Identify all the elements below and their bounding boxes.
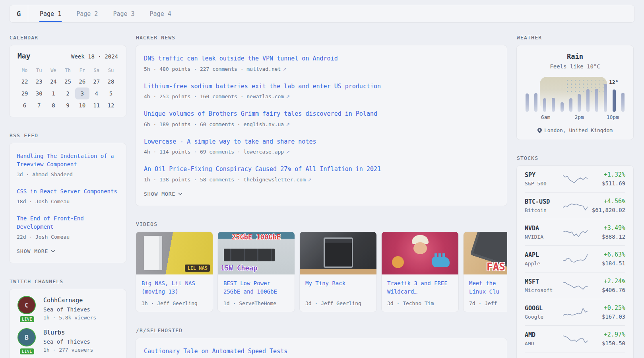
weather-bar xyxy=(552,98,555,112)
video-title[interactable]: BEST Low Power 25GbE and 100GbE Switch… xyxy=(223,279,289,297)
hn-item-title[interactable]: Lithium-free sodium batteries exit the l… xyxy=(144,82,499,91)
calendar-widget: May Week 18 · 2024 MoTuWeThFrSaSu2223242… xyxy=(9,45,126,117)
stock-symbol: GOOGL xyxy=(525,305,563,312)
dashboard-page: G Page 1 Page 2 Page 3 Page 4 CALENDAR M… xyxy=(0,0,644,358)
video-title[interactable]: Meet the Linux Clu xyxy=(469,279,507,297)
videos-row: LIL NAS Big NAS, Lil NAS (moving 13) 3h … xyxy=(136,232,507,312)
hn-item: Unique volumes of Brothers Grimm fairy t… xyxy=(144,104,499,132)
stock-price: $184.51 xyxy=(588,260,626,267)
calendar-day: 8 xyxy=(46,99,60,111)
external-link-icon: ↗ xyxy=(308,177,312,183)
calendar-weekday: Sa xyxy=(89,65,104,76)
hn-item-meta[interactable]: 4h · 114 points · 69 comments · lowercas… xyxy=(144,149,499,155)
rss-item-meta: 3d · Ahmad Shadeed xyxy=(17,171,119,177)
video-thumbnail[interactable] xyxy=(382,232,458,274)
section-title-weather: WEATHER xyxy=(517,35,634,41)
rss-item-title[interactable]: CSS in React Server Components xyxy=(17,187,119,196)
tab-page-4[interactable]: Page 4 xyxy=(144,5,177,22)
rss-section: RSS FEED Handling The Indentation of a T… xyxy=(9,132,126,263)
stock-change: +3.49% xyxy=(588,224,626,232)
thumbnail-text-bottom: 15W Cheap xyxy=(221,264,257,272)
video-title[interactable]: Traefik 3 and FREE Wildcard… xyxy=(387,279,453,297)
show-more-button[interactable]: SHOW MORE xyxy=(144,187,499,202)
video-byline: 7d · Jeff xyxy=(469,300,507,306)
chevron-down-icon xyxy=(51,250,55,253)
stock-row[interactable]: SPY S&P 500 +1.32% $511.69 xyxy=(525,166,625,192)
app-logo[interactable]: G xyxy=(10,5,28,22)
weather-condition: Rain xyxy=(525,53,625,60)
tab-page-1[interactable]: Page 1 xyxy=(34,5,67,22)
weather-section: WEATHER Rain Feels like 10°C 12° 6am2pm1… xyxy=(516,35,634,140)
stock-symbol: AMD xyxy=(525,331,563,339)
external-link-icon: ↗ xyxy=(286,94,290,99)
rss-item-meta: 22d · Josh Comeau xyxy=(17,234,119,240)
video-byline: 3h · Jeff Geerling xyxy=(142,300,207,306)
stock-row[interactable]: AMD AMD +2.97% $150.50 xyxy=(525,325,625,352)
weather-time-axis: 6am2pm10pm xyxy=(525,114,625,121)
hn-item-meta[interactable]: 5h · 480 points · 227 comments · mullvad… xyxy=(144,66,499,72)
reddit-item-title[interactable]: Cautionary Tale on Automated Speed Tests xyxy=(144,347,499,356)
rss-item-title[interactable]: Handling The Indentation of a Treeview C… xyxy=(17,152,119,169)
stock-sparkline xyxy=(563,226,588,239)
video-thumbnail[interactable]: FAS xyxy=(464,232,507,274)
external-link-icon: ↗ xyxy=(286,122,290,127)
hn-item-title[interactable]: Lowercase - A simple way to take and sha… xyxy=(144,137,499,146)
calendar-day-selected: 3 xyxy=(75,88,89,99)
stock-symbol: AAPL xyxy=(525,251,563,259)
stock-row[interactable]: AAPL Apple +6.63% $184.51 xyxy=(525,245,625,272)
icons-art xyxy=(392,256,404,268)
calendar-day: 24 xyxy=(46,76,60,88)
twitch-widget: C LIVE CohhCarnage Sea of Thieves 1h · 5… xyxy=(9,289,126,358)
show-more-button[interactable]: SHOW MORE xyxy=(17,245,119,259)
video-card: 25GbE 100GbE 15W Cheap BEST Low Power 25… xyxy=(217,232,295,312)
hn-item-title[interactable]: Unique volumes of Brothers Grimm fairy t… xyxy=(144,109,499,119)
tab-page-2[interactable]: Page 2 xyxy=(71,5,103,22)
weather-bar xyxy=(621,93,625,112)
twitch-channel-name[interactable]: CohhCarnage xyxy=(43,297,96,304)
stock-row[interactable]: RDDT -1.59% xyxy=(525,352,625,358)
calendar-day: 5 xyxy=(104,88,118,99)
calendar-day: 1 xyxy=(46,88,60,99)
weather-feels-like: Feels like 10°C xyxy=(525,63,625,70)
hn-item: DNS traffic can leak outside the VPN tun… xyxy=(144,49,499,77)
hn-item-meta[interactable]: 1h · 138 points · 58 comments · thebigne… xyxy=(144,177,499,183)
twitch-avatar[interactable]: C xyxy=(17,296,36,314)
video-card: My Tiny Rack 3d · Jeff Geerling xyxy=(299,232,377,312)
selfhosted-section: /R/SELFHOSTED Cautionary Tale on Automat… xyxy=(136,327,507,358)
stock-change: +4.56% xyxy=(588,198,626,205)
stock-row[interactable]: GOOGL Google +0.25% $167.03 xyxy=(525,299,625,325)
video-title[interactable]: Big NAS, Lil NAS (moving 13) xyxy=(142,279,207,297)
hn-item-meta[interactable]: 4h · 253 points · 160 comments · newatla… xyxy=(144,93,499,99)
server-rack-art xyxy=(324,237,353,268)
stock-row[interactable]: MSFT Microsoft +2.24% $406.76 xyxy=(525,272,625,299)
video-thumbnail[interactable]: LIL NAS xyxy=(136,232,213,274)
calendar-weekday: Tu xyxy=(32,65,46,76)
hn-item-title[interactable]: An Oil Price-Fixing Conspiracy Caused 27… xyxy=(144,165,499,174)
weather-bar xyxy=(595,89,598,112)
calendar-day: 26 xyxy=(75,76,89,88)
section-title-calendar: CALENDAR xyxy=(10,35,126,41)
video-thumbnail[interactable] xyxy=(300,232,376,274)
video-thumbnail[interactable]: 25GbE 100GbE 15W Cheap xyxy=(218,232,295,274)
weather-bar xyxy=(561,102,564,112)
tab-page-3[interactable]: Page 3 xyxy=(107,5,140,22)
stock-symbol: SPY xyxy=(525,171,563,179)
rss-item-title[interactable]: The End of Front-End Development xyxy=(17,214,119,231)
hn-item-title[interactable]: DNS traffic can leak outside the VPN tun… xyxy=(144,54,499,63)
calendar-day: 6 xyxy=(17,99,32,111)
twitch-avatar[interactable]: B xyxy=(17,328,36,346)
live-badge: LIVE xyxy=(20,348,34,354)
video-title[interactable]: My Tiny Rack xyxy=(305,279,371,297)
weather-hourly-chart: 12° xyxy=(525,77,625,112)
video-card: FAS Meet the Linux Clu 7d · Jeff xyxy=(463,232,507,312)
stock-row[interactable]: NVDA NVIDIA +3.49% $888.12 xyxy=(525,219,625,245)
rss-item: The End of Front-End Development 22d · J… xyxy=(17,209,119,245)
stock-price: $167.03 xyxy=(588,313,626,320)
stock-price: $511.69 xyxy=(588,180,626,187)
calendar-weekday: Mo xyxy=(17,65,32,76)
hn-item-meta[interactable]: 6h · 189 points · 60 comments · english.… xyxy=(144,121,499,127)
twitch-channel-name[interactable]: Blurbs xyxy=(43,329,93,336)
hn-item: An Oil Price-Fixing Conspiracy Caused 27… xyxy=(144,160,499,187)
stock-sparkline xyxy=(563,252,588,266)
stock-row[interactable]: BTC-USD Bitcoin +4.56% $61,820.02 xyxy=(525,192,625,219)
